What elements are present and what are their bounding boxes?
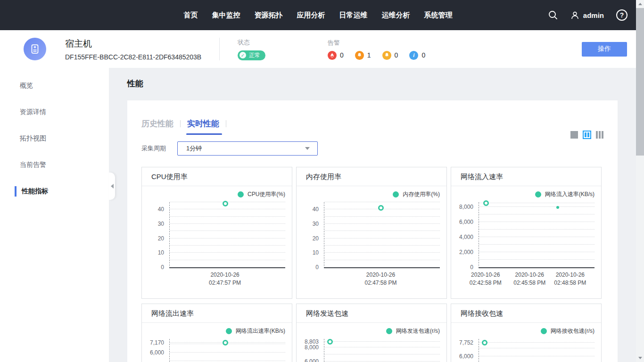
chart-title: 网络流入速率: [451, 167, 601, 186]
performance-panel: 历史性能 实时性能 采集周期 1分钟 CPU使用率CPU使用率(%)403020…: [127, 100, 618, 362]
nav-menu: 首页 集中监控 资源拓扑 应用分析 日常运维 运维分析 系统管理: [184, 0, 453, 30]
tab-realtime-performance[interactable]: 实时性能: [187, 118, 219, 129]
flame-icon: [328, 51, 337, 60]
chart-card: 网络发送包速网络发送包速(r/s)8,8038,0006,0004,0002,0…: [296, 304, 447, 362]
gridline: [170, 361, 285, 361]
y-axis-tick: 10: [298, 250, 319, 255]
data-point[interactable]: [327, 339, 333, 345]
bell-icon: [382, 51, 391, 60]
tab-separator: [226, 120, 226, 127]
tab-separator: [180, 120, 181, 127]
alarm-major[interactable]: 1: [355, 51, 371, 60]
layout-one-column-icon[interactable]: [570, 131, 578, 139]
scrollbar-down-button[interactable]: [636, 354, 644, 362]
legend-dot-icon: [541, 328, 547, 334]
layout-switcher: [570, 131, 603, 139]
window-scrollbar[interactable]: [636, 0, 644, 362]
gridline: [170, 260, 285, 260]
collection-period-control: 采集周期 1分钟: [141, 141, 603, 156]
chart-legend: 网络流出速率(KB/s): [142, 327, 285, 335]
scrollbar-up-button[interactable]: [636, 0, 644, 8]
nav-item-home[interactable]: 首页: [184, 11, 198, 20]
charts-grid: CPU使用率CPU使用率(%)4030201002020-10-2602:47:…: [141, 167, 603, 362]
y-axis-tick: 40: [143, 206, 164, 212]
gridline: [479, 259, 594, 260]
gridline: [324, 260, 440, 260]
y-axis-tick: 7,752: [453, 340, 473, 346]
arrow-down-icon: [638, 357, 642, 359]
data-point[interactable]: [482, 340, 487, 346]
action-button[interactable]: 操作: [582, 42, 627, 57]
nav-item-system-mgmt[interactable]: 系统管理: [424, 11, 453, 20]
alarm-minor[interactable]: 0: [382, 51, 398, 60]
chart-card: 网络流入速率网络流入速率(KB/s)8,0006,0004,0002,00002…: [451, 167, 602, 299]
y-axis-tick: 6,000: [453, 219, 473, 225]
y-axis-tick: 2,000: [453, 249, 473, 255]
gridline: [479, 206, 594, 207]
chart-title: 网络发送包速: [297, 304, 446, 323]
legend-label: 网络接收包速(r/s): [551, 327, 594, 335]
sidebar-item-performance-metrics[interactable]: 性能指标: [0, 178, 109, 205]
user-menu[interactable]: admin: [570, 11, 604, 20]
y-axis-tick: 6,000: [143, 350, 164, 355]
status-badge: ✓ 正常: [238, 50, 265, 60]
tab-history-performance[interactable]: 历史性能: [141, 118, 173, 129]
y-axis-tick: 4,000: [453, 234, 473, 240]
sidebar: 概览 资源详情 拓扑视图 当前告警 性能指标: [0, 68, 109, 362]
gridline: [324, 245, 440, 246]
legend-dot-icon: [226, 328, 232, 334]
scrollbar-thumb[interactable]: [636, 8, 644, 156]
x-axis-tick: 2020-10-2602:47:58 PM: [365, 271, 397, 287]
resource-header: 宿主机 DF155FFE-BBCC-2C82-E811-2DF63485203B…: [0, 30, 636, 68]
sidebar-collapse-handle[interactable]: [109, 173, 115, 200]
period-select[interactable]: 1分钟: [177, 141, 318, 156]
sidebar-item-overview[interactable]: 概览: [0, 73, 109, 99]
header-divider: [219, 38, 220, 60]
help-icon[interactable]: ?: [616, 9, 627, 21]
y-axis-tick: 6,000: [298, 359, 319, 362]
layout-two-column-icon[interactable]: [583, 131, 591, 139]
main-content: 性能 历史性能 实时性能 采集周期 1分钟 CPU使用率CPU使用率(: [109, 68, 636, 362]
y-axis-tick: 20: [143, 236, 164, 241]
nav-item-daily-ops[interactable]: 日常运维: [339, 11, 368, 20]
data-point[interactable]: [223, 340, 228, 346]
nav-item-resource-topology[interactable]: 资源拓扑: [255, 11, 283, 20]
top-nav-bar: 首页 集中监控 资源拓扑 应用分析 日常运维 运维分析 系统管理 admin ?: [0, 0, 636, 30]
nav-item-ops-analysis[interactable]: 运维分析: [382, 11, 410, 20]
nav-item-central-monitoring[interactable]: 集中监控: [212, 11, 240, 20]
chart-title: 网络流出速率: [142, 304, 292, 323]
gridline: [479, 237, 594, 237]
gridline: [324, 230, 440, 231]
y-axis-tick: 10: [143, 250, 164, 255]
nav-item-app-analysis[interactable]: 应用分析: [297, 11, 325, 20]
sidebar-item-topology-view[interactable]: 拓扑视图: [0, 125, 109, 152]
data-point[interactable]: [556, 206, 559, 209]
sidebar-item-resource-details[interactable]: 资源详情: [0, 99, 109, 125]
alarm-info[interactable]: i 0: [409, 51, 425, 60]
search-icon[interactable]: [548, 10, 558, 20]
chart-legend: 网络接收包速(r/s): [451, 327, 594, 335]
chart-legend: CPU使用率(%): [142, 190, 285, 198]
chart-plot-area: 403020100: [324, 202, 440, 268]
gridline: [324, 252, 440, 253]
y-axis-tick: 30: [298, 221, 319, 227]
chart-plot-area: 7,1706,0004,0002,0000: [169, 339, 285, 362]
gridline: [324, 341, 440, 342]
username: admin: [583, 11, 604, 19]
sidebar-item-current-alarms[interactable]: 当前告警: [0, 152, 109, 178]
alarm-critical[interactable]: 0: [328, 51, 344, 60]
x-axis-tick: 2020-10-2602:47:57 PM: [209, 271, 241, 287]
data-point[interactable]: [378, 205, 384, 211]
alarm-group: 告警 0 1 0 i 0: [328, 39, 425, 60]
chart-legend: 内存使用率(%): [297, 190, 440, 198]
data-point[interactable]: [483, 200, 489, 206]
layout-three-column-icon[interactable]: [596, 131, 603, 139]
status-group: 状态 ✓ 正常: [238, 38, 265, 60]
data-point[interactable]: [223, 201, 228, 206]
x-axis-labels: 2020-10-2602:42:58 PM2020-10-2602:45:58 …: [479, 271, 594, 288]
arrow-up-icon: [638, 3, 642, 5]
y-axis-tick: 40: [298, 206, 319, 212]
gridline: [479, 252, 594, 252]
legend-dot-icon: [238, 191, 244, 197]
x-axis-tick: 2020-10-2602:45:58 PM: [513, 271, 545, 287]
